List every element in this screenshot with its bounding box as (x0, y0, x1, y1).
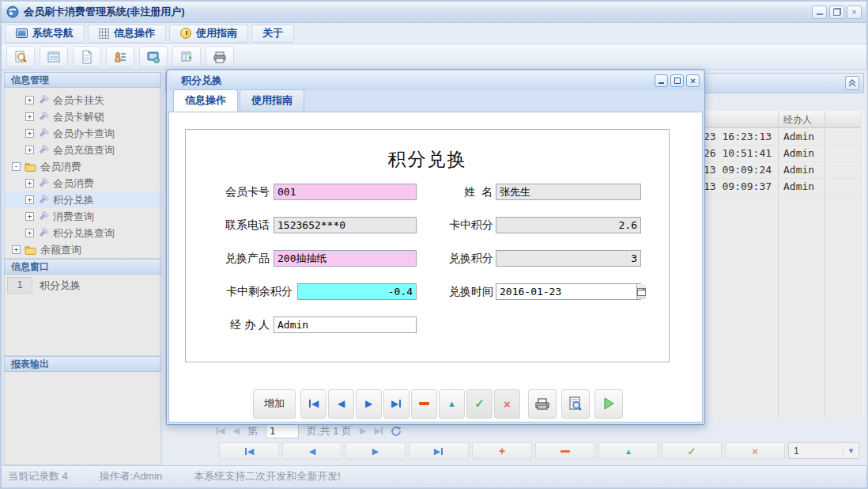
nav-next-button[interactable]: ▶ (345, 442, 406, 460)
tree-item-recharge-query[interactable]: +会员充值查询 (5, 142, 160, 158)
dialog-maximize-button[interactable] (670, 74, 684, 87)
monitor-globe-icon (146, 50, 160, 64)
nav-cancel-button[interactable]: × (725, 442, 785, 460)
panel-collapse-button[interactable] (845, 76, 859, 90)
dialog-close-button[interactable]: × (686, 74, 700, 87)
tree-item-consume-query[interactable]: +消费查询 (5, 208, 160, 225)
tool-icon (38, 112, 49, 122)
name-input[interactable] (496, 184, 641, 200)
menu-tab-guide[interactable]: 使用指南 (169, 25, 248, 43)
minimize-button[interactable] (812, 6, 827, 19)
cancel-button[interactable]: × (494, 389, 520, 419)
tree-item-exchange-query[interactable]: +积分兑换查询 (5, 225, 160, 241)
pager-prev-button[interactable]: ◀ (232, 426, 239, 436)
form-heading: 积分兑换 (186, 147, 669, 172)
print-button[interactable] (528, 389, 557, 419)
calendar-icon (637, 287, 646, 296)
last-icon: ▶ (391, 398, 398, 409)
grid-icon (99, 28, 109, 39)
preview-button[interactable] (561, 389, 590, 419)
exchange-time-input[interactable] (496, 284, 636, 299)
next-button[interactable]: ▶ (356, 389, 382, 419)
info-window-row[interactable]: 1 积分兑换 (5, 275, 160, 294)
delete-icon (419, 402, 429, 405)
document-button[interactable] (73, 46, 101, 67)
nav-first-button[interactable]: ◀ (219, 442, 279, 460)
tool-icon (38, 211, 49, 222)
status-message: 本系统支持二次开发和全新开发! (194, 469, 341, 483)
nav-last-button[interactable]: ▶ (409, 442, 469, 460)
list-view-button[interactable] (40, 46, 68, 67)
label-name: 姓 名 (449, 184, 492, 199)
expand-icon[interactable]: + (12, 245, 21, 254)
nav-prev-button[interactable]: ◀ (282, 442, 342, 460)
pager-first-button[interactable]: ◀ (217, 426, 225, 436)
prev-button[interactable]: ◀ (328, 389, 354, 419)
record-count-select[interactable]: 1 ▾ (788, 442, 859, 459)
vertical-scrollbar[interactable] (861, 111, 867, 418)
user-report-button[interactable] (106, 46, 134, 67)
nav-post-button[interactable]: ✓ (662, 442, 722, 460)
monitor-globe-button[interactable] (139, 46, 168, 67)
operator-input[interactable] (274, 317, 417, 333)
phone-input[interactable] (274, 217, 417, 233)
tree-item-member-consume[interactable]: +会员消费 (5, 175, 160, 191)
menu-tab-info-ops[interactable]: 信息操作 (88, 25, 166, 43)
edit-button[interactable]: ▲ (439, 389, 465, 419)
collapse-icon[interactable]: - (12, 162, 21, 171)
close-button[interactable]: × (847, 6, 862, 19)
restore-button[interactable] (829, 6, 844, 19)
post-button[interactable]: ✓ (466, 389, 492, 419)
panel-header-info-mgmt[interactable]: 信息管理 (4, 72, 161, 88)
delete-button[interactable] (411, 389, 437, 419)
add-button[interactable]: 增加 (253, 389, 296, 419)
label-points: 卡中积分 (449, 217, 492, 233)
tree-folder-consume[interactable]: -会员消费 (5, 158, 160, 175)
points-input[interactable] (496, 217, 641, 233)
expand-icon[interactable]: + (25, 212, 34, 221)
tab-guide[interactable]: 使用指南 (240, 89, 304, 112)
expand-icon[interactable]: + (25, 179, 34, 188)
exchange-points-input[interactable] (496, 250, 641, 267)
search-button[interactable] (6, 46, 35, 67)
grid-header-operator[interactable]: 经办人 (783, 113, 812, 127)
tool-icon (38, 95, 49, 105)
dialog-minimize-button[interactable] (655, 74, 668, 87)
expand-icon[interactable]: + (25, 195, 34, 204)
expand-icon[interactable]: + (25, 229, 34, 237)
pager-next-button[interactable]: ▶ (360, 426, 366, 436)
page-number-input[interactable] (266, 423, 299, 438)
pager-last-button[interactable]: ▶ (374, 426, 382, 436)
double-chevron-up-icon (848, 79, 856, 87)
product-input[interactable] (274, 250, 417, 267)
tree-item-card-unlock[interactable]: +会员卡解锁 (5, 108, 160, 125)
next-page-icon: ▶ (360, 426, 366, 436)
nav-edit-button[interactable]: ▲ (598, 442, 659, 460)
check-icon: ✓ (474, 396, 485, 411)
first-button[interactable]: ◀ (300, 389, 326, 419)
table-add-button[interactable] (172, 46, 201, 67)
calendar-button[interactable] (636, 284, 646, 299)
panel-header-report-output[interactable]: 报表输出 (4, 356, 161, 372)
nav-insert-button[interactable]: + (472, 442, 532, 460)
nav-delete-button[interactable] (535, 442, 595, 460)
tree-item-card-loss[interactable]: +会员卡挂失 (5, 92, 160, 108)
tree-item-card-query[interactable]: +会员办卡查询 (5, 125, 160, 142)
remaining-points-input[interactable] (297, 283, 417, 300)
run-button[interactable] (594, 389, 623, 419)
tree-item-points-exchange[interactable]: +积分兑换 (5, 191, 160, 208)
expand-icon[interactable]: + (25, 112, 34, 121)
refresh-button[interactable] (391, 426, 402, 437)
expand-icon[interactable]: + (25, 146, 34, 154)
card-no-input[interactable] (274, 184, 417, 200)
menu-tab-system-nav[interactable]: 系统导航 (5, 25, 85, 43)
expand-icon[interactable]: + (25, 129, 34, 138)
tree-folder-balance-query[interactable]: +余额查询 (5, 241, 160, 258)
tab-info-ops[interactable]: 信息操作 (173, 89, 238, 112)
tree-item-label: 会员卡挂失 (53, 93, 104, 108)
expand-icon[interactable]: + (25, 96, 34, 104)
panel-header-info-window[interactable]: 信息窗口 (4, 259, 161, 275)
printer-button[interactable] (206, 46, 234, 67)
last-button[interactable]: ▶ (383, 389, 409, 419)
menu-tab-about[interactable]: 关于 (251, 25, 294, 43)
